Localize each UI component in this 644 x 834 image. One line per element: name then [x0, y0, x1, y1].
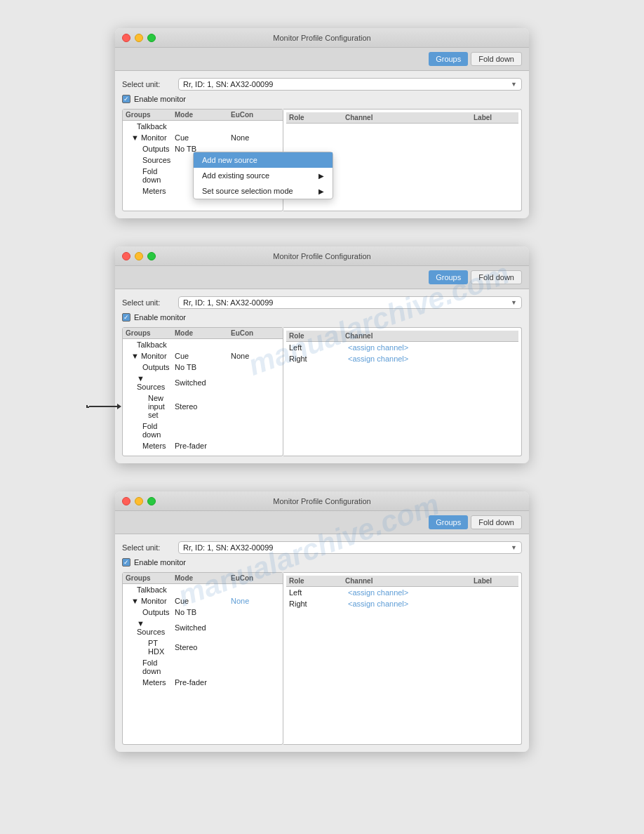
minimize-button-3[interactable]	[135, 497, 143, 505]
tree-row-monitor-3[interactable]: ▼ Monitor Cue None	[123, 595, 283, 607]
right-row-right-3[interactable]: Right <assign channel>	[286, 598, 518, 609]
right-panel-3: Role Channel Label Left <assign channel>…	[283, 572, 522, 745]
channel-value[interactable]: <assign channel>	[348, 600, 471, 608]
tree-row-sources-3[interactable]: ▼ Sources Switched	[123, 618, 283, 637]
channel-value[interactable]: <assign channel>	[348, 343, 516, 352]
enable-monitor-checkbox-3[interactable]: ✓	[122, 558, 130, 567]
tree-row-meters-2[interactable]: Meters Pre-fader	[123, 440, 283, 451]
tree-label: Outputs	[126, 608, 175, 616]
context-menu-item-add-new[interactable]: Add new source	[194, 152, 333, 168]
tree-mode: Pre-fader	[175, 678, 231, 687]
groups-button-3[interactable]: Groups	[429, 515, 468, 529]
tree-row-talkback-2[interactable]: Talkback	[123, 339, 283, 350]
col-role-1: Role	[289, 114, 345, 121]
tree-mode: Cue	[175, 597, 231, 605]
maximize-button-3[interactable]	[147, 497, 156, 505]
tree-label: Outputs	[126, 363, 175, 371]
tree-mode: Cue	[175, 352, 231, 360]
toolbar-1: Groups Fold down	[115, 48, 529, 71]
select-unit-dropdown-2[interactable]: Rr, ID: 1, SN: AX32-00099 ▼	[178, 296, 522, 309]
maximize-button-2[interactable]	[147, 252, 156, 260]
context-menu-item-label: Set source selection mode	[202, 187, 293, 195]
right-panel-header-1: Role Channel Label	[286, 112, 518, 124]
tree-row-monitor-1[interactable]: ▼ Monitor Cue None	[123, 132, 283, 143]
col-channel-2: Channel	[345, 332, 516, 340]
window2: Monitor Profile Configuration Groups Fol…	[115, 246, 529, 463]
enable-monitor-row-2: ✓ Enable monitor	[122, 313, 522, 322]
enable-monitor-label-1: Enable monitor	[134, 95, 186, 103]
col-mode-3: Mode	[175, 574, 231, 582]
tree-row-outputs-2[interactable]: Outputs No TB	[123, 362, 283, 373]
tree-label: New input set	[126, 394, 175, 419]
tree-row-sources-2[interactable]: ▼ Sources Switched	[123, 373, 283, 392]
right-row-left-3[interactable]: Left <assign channel>	[286, 587, 518, 598]
left-panel-header-1: Groups Mode EuCon	[123, 110, 283, 121]
arrow-annotation-2	[86, 404, 121, 409]
tree-row-folddown-3[interactable]: Fold down	[123, 657, 283, 677]
window1: Monitor Profile Configuration Groups Fol…	[115, 28, 529, 218]
tree-row-talkback-1[interactable]: Talkback	[123, 121, 283, 132]
role-label: Left	[289, 588, 345, 597]
select-unit-dropdown-1[interactable]: Rr, ID: 1, SN: AX32-00099 ▼	[178, 78, 522, 91]
right-row-right-2[interactable]: Right <assign channel>	[286, 353, 518, 364]
col-groups-2: Groups	[126, 329, 175, 337]
right-panel-header-2: Role Channel	[286, 331, 518, 342]
groups-button-1[interactable]: Groups	[429, 52, 468, 66]
window1-wrapper: Monitor Profile Configuration Groups Fol…	[115, 28, 529, 218]
tree-label: Fold down	[126, 658, 175, 675]
window3-wrapper: Monitor Profile Configuration Groups Fol…	[115, 491, 529, 752]
tree-label: Talkback	[126, 340, 175, 349]
maximize-button-1[interactable]	[147, 34, 156, 42]
folddown-button-2[interactable]: Fold down	[471, 270, 522, 284]
role-label: Right	[289, 355, 345, 363]
main-panel-3: Groups Mode EuCon Talkback ▼ Monitor Cue	[122, 572, 522, 745]
context-menu-item-label: Add existing source	[202, 171, 269, 180]
context-menu-item-set-mode[interactable]: Set source selection mode ▶	[194, 183, 333, 199]
tree-mode: Stereo	[175, 402, 231, 411]
left-panel-2: Groups Mode EuCon Talkback ▼ Monitor Cue	[122, 327, 283, 456]
minimize-button-1[interactable]	[135, 34, 143, 42]
arrow-line	[89, 406, 117, 407]
tree-row-talkback-3[interactable]: Talkback	[123, 584, 283, 595]
tree-eucon: None	[231, 352, 280, 360]
col-role-3: Role	[289, 577, 345, 585]
col-eucon-3: EuCon	[231, 574, 280, 582]
toolbar-3: Groups Fold down	[115, 511, 529, 534]
tree-label: Meters	[126, 187, 175, 195]
tree-row-new-input-set-2[interactable]: New input set Stereo	[123, 392, 283, 421]
col-role-2: Role	[289, 332, 345, 340]
traffic-lights-3	[122, 497, 156, 505]
tree-row-folddown-2[interactable]: Fold down	[123, 421, 283, 440]
tree-row-outputs-3[interactable]: Outputs No TB	[123, 607, 283, 618]
select-unit-dropdown-3[interactable]: Rr, ID: 1, SN: AX32-00099 ▼	[178, 541, 522, 554]
role-label: Left	[289, 343, 345, 352]
close-button-2[interactable]	[122, 252, 130, 260]
col-channel-3: Channel	[345, 577, 474, 585]
right-row-left-2[interactable]: Left <assign channel>	[286, 342, 518, 353]
right-panel-2: Role Channel Left <assign channel> Right…	[283, 327, 522, 456]
tree-label: Talkback	[126, 585, 175, 594]
tree-row-monitor-2[interactable]: ▼ Monitor Cue None	[123, 350, 283, 362]
folddown-button-3[interactable]: Fold down	[471, 515, 522, 529]
title-bar-1: Monitor Profile Configuration	[115, 28, 529, 48]
col-groups-3: Groups	[126, 574, 175, 582]
close-button-3[interactable]	[122, 497, 130, 505]
window3: Monitor Profile Configuration Groups Fol…	[115, 491, 529, 752]
minimize-button-2[interactable]	[135, 252, 143, 260]
channel-value[interactable]: <assign channel>	[348, 355, 516, 363]
folddown-button-1[interactable]: Fold down	[471, 52, 522, 66]
left-panel-header-2: Groups Mode EuCon	[123, 328, 283, 339]
tree-row-pthDX-3[interactable]: PT HDX Stereo	[123, 637, 283, 657]
select-unit-value-3: Rr, ID: 1, SN: AX32-00099	[183, 543, 273, 552]
tree-label: Sources	[126, 156, 175, 164]
channel-value[interactable]: <assign channel>	[348, 588, 471, 597]
enable-monitor-checkbox-2[interactable]: ✓	[122, 313, 130, 322]
window2-body: Select unit: Rr, ID: 1, SN: AX32-00099 ▼…	[115, 289, 529, 463]
tree-mode: Cue	[175, 133, 231, 142]
tree-row-meters-3[interactable]: Meters Pre-fader	[123, 677, 283, 688]
context-menu-1: Add new source Add existing source ▶ Set…	[193, 152, 333, 199]
groups-button-2[interactable]: Groups	[429, 270, 468, 284]
context-menu-item-add-existing[interactable]: Add existing source ▶	[194, 168, 333, 183]
enable-monitor-checkbox-1[interactable]: ✓	[122, 95, 130, 103]
close-button-1[interactable]	[122, 34, 130, 42]
